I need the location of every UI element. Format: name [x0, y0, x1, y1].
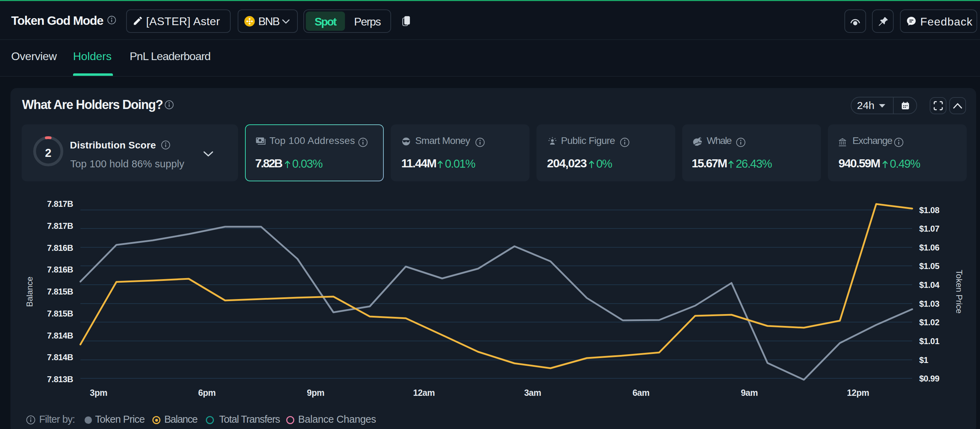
- svg-text:7.815B: 7.815B: [47, 287, 73, 296]
- svg-text:$1.04: $1.04: [919, 280, 940, 289]
- svg-text:7.817B: 7.817B: [47, 199, 73, 208]
- svg-text:6am: 6am: [633, 388, 650, 397]
- svg-text:$1.05: $1.05: [919, 261, 939, 271]
- svg-text:7.816B: 7.816B: [47, 243, 73, 253]
- svg-text:3pm: 3pm: [90, 388, 107, 397]
- svg-text:7.813B: 7.813B: [47, 375, 73, 384]
- svg-text:7.816B: 7.816B: [47, 265, 73, 274]
- svg-text:12am: 12am: [413, 388, 435, 397]
- svg-text:Balance: Balance: [25, 277, 34, 307]
- svg-text:$1.07: $1.07: [919, 224, 939, 234]
- svg-text:9am: 9am: [741, 388, 758, 397]
- svg-text:7.814B: 7.814B: [47, 353, 73, 362]
- svg-text:9pm: 9pm: [307, 388, 325, 397]
- svg-text:6pm: 6pm: [198, 388, 216, 397]
- svg-text:$1.06: $1.06: [919, 243, 939, 252]
- svg-text:Token Price: Token Price: [955, 270, 964, 313]
- svg-text:7.815B: 7.815B: [47, 309, 73, 318]
- svg-text:$1.01: $1.01: [919, 337, 939, 346]
- svg-text:12pm: 12pm: [847, 388, 869, 397]
- svg-text:$1.08: $1.08: [919, 205, 939, 215]
- svg-text:$1.02: $1.02: [919, 318, 939, 327]
- svg-text:3am: 3am: [524, 388, 541, 397]
- svg-text:$0.99: $0.99: [919, 374, 939, 383]
- svg-text:7.814B: 7.814B: [47, 331, 73, 340]
- svg-text:7.817B: 7.817B: [47, 221, 73, 230]
- svg-text:$1.03: $1.03: [919, 299, 939, 308]
- svg-text:$1: $1: [919, 355, 928, 365]
